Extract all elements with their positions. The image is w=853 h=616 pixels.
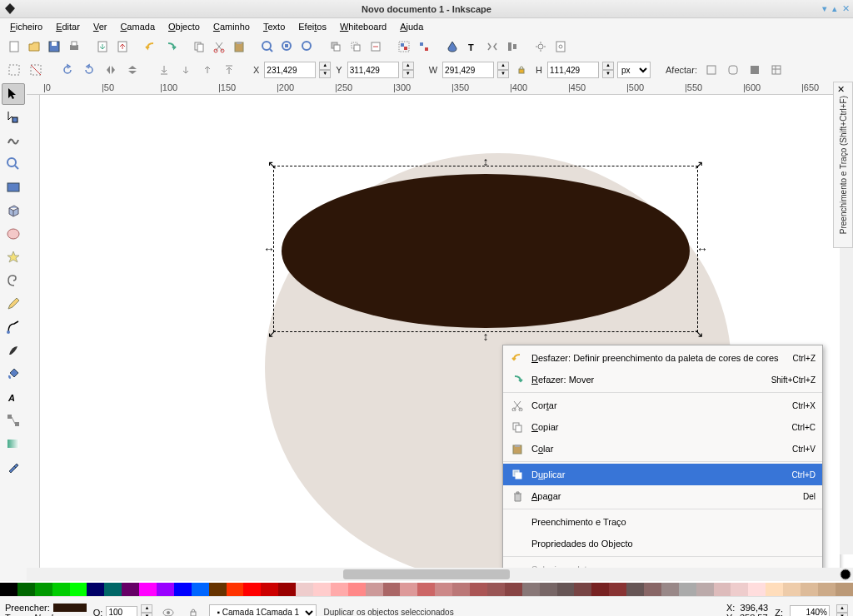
palette-swatch[interactable] bbox=[679, 583, 696, 596]
flip-h-button[interactable] bbox=[102, 61, 120, 79]
ctx-duplicate[interactable]: Duplicar Ctrl+D bbox=[503, 464, 822, 485]
ctx-cut[interactable]: Cortar Ctrl+X bbox=[503, 395, 822, 416]
palette-swatch[interactable] bbox=[209, 583, 227, 596]
palette-swatch[interactable] bbox=[122, 583, 139, 596]
clone-button[interactable] bbox=[347, 37, 365, 56]
palette-swatch[interactable] bbox=[766, 583, 783, 596]
menu-objecto[interactable]: Objecto bbox=[162, 20, 207, 33]
export-button[interactable] bbox=[113, 37, 132, 56]
raise-button[interactable] bbox=[198, 61, 217, 79]
palette-swatch[interactable] bbox=[35, 583, 52, 596]
pencil-tool[interactable] bbox=[2, 293, 25, 315]
lock-aspect-button[interactable] bbox=[512, 61, 531, 79]
palette-swatch[interactable] bbox=[557, 583, 575, 596]
layer-select[interactable]: ▪ Camada 1Camada 1 bbox=[209, 604, 317, 617]
affect-gradient-button[interactable] bbox=[746, 61, 764, 79]
palette-swatch[interactable] bbox=[296, 583, 313, 596]
zoom-fit-button[interactable] bbox=[258, 37, 277, 56]
affect-corners-button[interactable] bbox=[724, 61, 742, 79]
palette-swatch[interactable] bbox=[783, 583, 801, 596]
palette-swatch[interactable] bbox=[661, 583, 679, 596]
palette-swatch[interactable] bbox=[52, 583, 70, 596]
menu-ver[interactable]: Ver bbox=[87, 20, 114, 33]
color-wheel-icon[interactable] bbox=[840, 569, 851, 580]
ctx-redo[interactable]: Refazer: Mover Shift+Ctrl+Z bbox=[503, 369, 822, 390]
palette-swatch[interactable] bbox=[227, 583, 244, 596]
palette-swatch[interactable] bbox=[505, 583, 522, 596]
palette-swatch[interactable] bbox=[70, 583, 87, 596]
palette-swatch[interactable] bbox=[470, 583, 487, 596]
rectangle-tool[interactable] bbox=[2, 176, 25, 198]
scrollbar-horizontal[interactable] bbox=[27, 568, 853, 581]
ctx-fill-stroke[interactable]: Preenchimento e Traço bbox=[503, 511, 822, 533]
resize-handle-s[interactable]: ↕ bbox=[481, 331, 491, 341]
select-all-layers-button[interactable] bbox=[5, 61, 23, 79]
opacity-input[interactable] bbox=[106, 606, 137, 617]
text-dialog-button[interactable]: T bbox=[463, 37, 481, 56]
menu-efeitos[interactable]: Efeitos bbox=[292, 20, 333, 33]
star-tool[interactable] bbox=[2, 246, 25, 268]
zoom-spinner[interactable]: ▲▼ bbox=[836, 604, 848, 617]
save-button[interactable] bbox=[45, 37, 63, 56]
resize-handle-nw[interactable]: ↖ bbox=[267, 160, 277, 170]
close-button[interactable]: ✕ bbox=[842, 3, 850, 14]
spiral-tool[interactable] bbox=[2, 270, 25, 291]
zoom-drawing-button[interactable] bbox=[298, 37, 317, 56]
w-input[interactable] bbox=[442, 62, 494, 78]
menu-camada[interactable]: Camada bbox=[113, 20, 162, 33]
resize-handle-e[interactable]: ↔ bbox=[697, 244, 707, 254]
palette-swatch[interactable] bbox=[243, 583, 261, 596]
bezier-tool[interactable] bbox=[2, 316, 25, 338]
close-panel-icon[interactable]: ✕ bbox=[837, 84, 845, 95]
palette-swatch[interactable] bbox=[435, 583, 452, 596]
deselect-button[interactable] bbox=[27, 61, 45, 79]
palette-swatch[interactable] bbox=[17, 583, 35, 596]
palette-swatch[interactable] bbox=[540, 583, 557, 596]
palette-swatch[interactable] bbox=[157, 583, 174, 596]
ellipse-tool[interactable] bbox=[2, 223, 25, 245]
ctx-properties[interactable]: Propriedades do Objecto bbox=[503, 533, 822, 554]
minimize-button[interactable]: ▾ bbox=[822, 3, 827, 14]
copy-button[interactable] bbox=[190, 37, 208, 56]
palette-swatch[interactable] bbox=[644, 583, 661, 596]
ctx-undo[interactable]: Desfazer: Definir preenchimento da palet… bbox=[503, 347, 822, 369]
3dbox-tool[interactable] bbox=[2, 200, 25, 221]
menu-ficheiro[interactable]: FFicheiroicheiro bbox=[3, 20, 49, 33]
y-input[interactable] bbox=[347, 62, 399, 78]
affect-stroke-button[interactable] bbox=[702, 61, 721, 79]
palette-swatch[interactable] bbox=[331, 583, 348, 596]
connector-tool[interactable] bbox=[2, 410, 25, 431]
cut-button[interactable] bbox=[210, 37, 228, 56]
menu-texto[interactable]: Texto bbox=[257, 20, 292, 33]
layer-lock-button[interactable] bbox=[184, 604, 202, 617]
tweak-tool[interactable] bbox=[2, 130, 25, 152]
undo-button[interactable] bbox=[142, 37, 160, 56]
h-input[interactable] bbox=[547, 62, 599, 78]
palette-swatch[interactable] bbox=[383, 583, 401, 596]
palette-swatch[interactable] bbox=[748, 583, 766, 596]
palette-swatch[interactable] bbox=[417, 583, 435, 596]
palette-swatch[interactable] bbox=[574, 583, 591, 596]
resize-handle-n[interactable]: ↕ bbox=[481, 156, 491, 166]
ungroup-button[interactable] bbox=[415, 37, 433, 56]
palette-swatch[interactable] bbox=[261, 583, 278, 596]
menu-caminho[interactable]: Caminho bbox=[207, 20, 257, 33]
rotate-cw-button[interactable] bbox=[80, 61, 98, 79]
text-tool[interactable]: A bbox=[2, 386, 25, 408]
bucket-tool[interactable] bbox=[2, 363, 25, 385]
opacity-spinner[interactable]: ▲▼ bbox=[141, 604, 152, 617]
palette-swatch[interactable] bbox=[313, 583, 331, 596]
layer-visibility-button[interactable] bbox=[159, 604, 177, 617]
dropper-tool[interactable] bbox=[2, 456, 25, 478]
w-spinner[interactable]: ▲▼ bbox=[497, 62, 509, 78]
import-button[interactable] bbox=[93, 37, 112, 56]
canvas[interactable]: ↖ ↕ ↗ ↔ ↔ ↙ ↕ ↘ Desfazer: Definir preenc… bbox=[40, 95, 853, 568]
gradient-tool[interactable] bbox=[2, 433, 25, 455]
ctx-copy[interactable]: Copiar Ctrl+C bbox=[503, 416, 822, 438]
zoom-tool[interactable] bbox=[2, 153, 25, 175]
redo-button[interactable] bbox=[162, 37, 180, 56]
ctx-delete[interactable]: Apagar Del bbox=[503, 485, 822, 507]
menu-ajuda[interactable]: Ajuda bbox=[393, 20, 430, 33]
palette-swatch[interactable] bbox=[192, 583, 209, 596]
ctx-paste[interactable]: Colar Ctrl+V bbox=[503, 438, 822, 460]
